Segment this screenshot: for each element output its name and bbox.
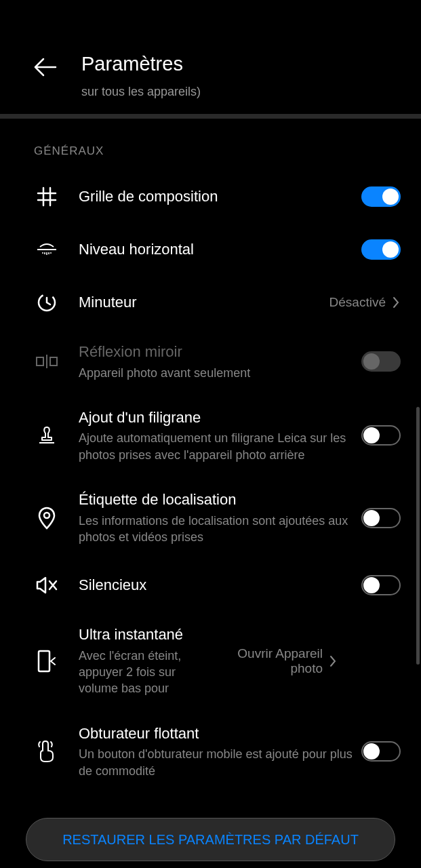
level-toggle[interactable] xyxy=(361,239,401,260)
phone-quick-icon xyxy=(34,648,60,674)
setting-location[interactable]: Étiquette de localisation Les informatio… xyxy=(34,477,421,559)
restore-defaults-button[interactable]: RESTAURER LES PARAMÈTRES PAR DÉFAUT xyxy=(26,818,395,861)
timer-icon xyxy=(34,290,60,315)
setting-watermark[interactable]: Ajout d'un filigrane Ajoute automatiquem… xyxy=(34,395,421,477)
stamp-icon xyxy=(34,422,60,448)
setting-title: Ajout d'un filigrane xyxy=(79,408,361,428)
setting-title: Minuteur xyxy=(79,293,329,313)
setting-ultra[interactable]: Ultra instantané Avec l'écran éteint, ap… xyxy=(34,612,421,710)
setting-floating-shutter[interactable]: Obturateur flottant Un bouton d'obturate… xyxy=(34,711,421,793)
svg-point-3 xyxy=(44,513,49,518)
svg-rect-1 xyxy=(37,357,43,366)
level-icon xyxy=(34,237,60,262)
setting-title: Grille de composition xyxy=(79,187,361,207)
section-divider xyxy=(0,114,421,119)
section-header: GÉNÉRAUX xyxy=(0,119,421,170)
setting-title: Obturateur flottant xyxy=(79,724,361,744)
setting-description: Ajoute automatiquement un filigrane Leic… xyxy=(79,430,361,463)
setting-level[interactable]: Niveau horizontal xyxy=(34,223,421,276)
svg-rect-2 xyxy=(50,357,57,366)
setting-title: Ultra instantané xyxy=(79,625,214,645)
timer-value: Désactivé xyxy=(329,295,386,310)
mirror-toggle xyxy=(361,351,401,372)
setting-mute[interactable]: Silencieux xyxy=(34,559,421,612)
touch-icon xyxy=(34,738,60,764)
setting-mirror: Réflexion miroir Appareil photo avant se… xyxy=(34,329,421,395)
mute-toggle[interactable] xyxy=(361,575,401,595)
setting-grid[interactable]: Grille de composition xyxy=(34,170,421,223)
svg-rect-4 xyxy=(39,651,49,671)
setting-description: Un bouton d'obturateur mobile est ajouté… xyxy=(79,746,361,779)
watermark-toggle[interactable] xyxy=(361,425,401,446)
setting-title: Étiquette de localisation xyxy=(79,490,361,510)
setting-title: Réflexion miroir xyxy=(79,342,361,362)
scrollbar[interactable] xyxy=(416,407,420,665)
mirror-icon xyxy=(34,349,60,374)
page-title: Paramètres xyxy=(81,53,201,75)
setting-description: Appareil photo avant seulement xyxy=(79,365,361,381)
mute-icon xyxy=(34,572,60,598)
page-subtitle: sur tous les appareils) xyxy=(81,85,201,99)
setting-title: Niveau horizontal xyxy=(79,240,361,260)
ultra-value: Ouvrir Appareil photo xyxy=(214,646,323,676)
grid-icon xyxy=(34,184,60,210)
grid-toggle[interactable] xyxy=(361,186,401,207)
floating-toggle[interactable] xyxy=(361,741,401,762)
back-button[interactable] xyxy=(34,56,57,79)
setting-timer[interactable]: Minuteur Désactivé xyxy=(34,276,421,329)
setting-title: Silencieux xyxy=(79,576,361,595)
chevron-right-icon xyxy=(391,294,401,311)
location-toggle[interactable] xyxy=(361,508,401,528)
setting-description: Avec l'écran éteint, appuyer 2 fois sur … xyxy=(79,648,214,697)
setting-description: Les informations de localisation sont aj… xyxy=(79,513,361,546)
location-icon xyxy=(34,505,60,531)
chevron-right-icon xyxy=(328,653,338,669)
